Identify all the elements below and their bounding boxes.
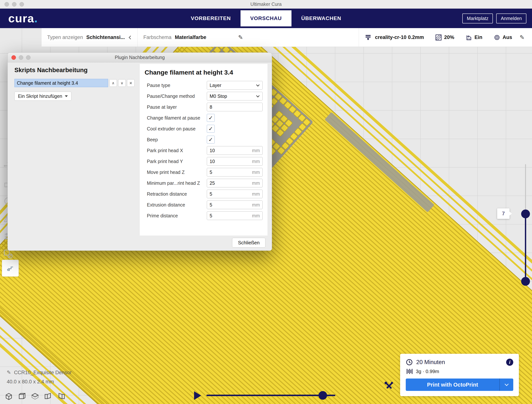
scripts-pane: Skripts Nachbearbeitung Change filament … [14, 66, 135, 101]
close-dialog-button[interactable]: Schließen [232, 238, 266, 248]
view-preset-left-icon[interactable] [44, 392, 52, 401]
window-titlebar: Ultimaker Cura [0, 0, 532, 9]
field-label: Park print head X [145, 148, 207, 153]
dialog-field-row: Pause at layer8 [145, 102, 263, 112]
field-input[interactable]: 25mm [207, 179, 263, 187]
field-label: Pause at layer [145, 104, 207, 110]
selected-script-item[interactable]: Change filament at height 3.4 [14, 79, 108, 87]
script-settings-panel: Change filament at height 3.4 Pause type… [140, 64, 267, 236]
maximize-window-icon[interactable] [19, 2, 24, 6]
post-processing-dialog: Plugin Nachbearbeitung Skripts Nachbearb… [7, 52, 272, 251]
tab-vorbereiten[interactable]: VORBEREITEN [181, 10, 241, 26]
view-type-label: Typen anzeigen [47, 34, 83, 40]
unit-label: mm [252, 213, 260, 218]
field-label: Prime distance [145, 213, 207, 218]
field-label: Extrusion distance [145, 202, 207, 208]
field-input[interactable]: 10mm [207, 146, 263, 155]
adjust-tools-icon[interactable] [384, 381, 394, 392]
field-select[interactable]: Layer [207, 81, 263, 90]
edit-view-settings-icon[interactable]: ✎ [238, 34, 243, 41]
adhesion-group[interactable]: Aus [488, 28, 518, 47]
signin-button[interactable]: Anmelden [496, 13, 526, 23]
view-toolbar: Typen anzeigen Schichtenansi... Farbsche… [42, 28, 532, 47]
infill-value: 20% [444, 34, 454, 40]
view-type-group[interactable]: Typen anzeigen Schichtenansi... [42, 28, 138, 47]
model-name: CCR10_Exquisite Densor [14, 370, 72, 376]
field-input[interactable]: 8 [207, 103, 263, 111]
dialog-field-row: Beep✓ [145, 135, 263, 144]
unit-label: mm [252, 159, 260, 164]
field-input[interactable]: 5mm [207, 190, 263, 198]
move-script-down-button[interactable]: ∨ [118, 79, 126, 87]
app-header: cura. VORBEREITEN VORSCHAU ÜBERWACHEN Ma… [0, 9, 532, 28]
printer-nozzle-icon [365, 34, 372, 41]
layer-slider-upper-handle[interactable] [521, 210, 530, 218]
color-scheme-value[interactable]: Materialfarbe [175, 34, 206, 40]
infill-group[interactable]: 20% [430, 28, 460, 47]
dialog-field-row: Pause/Change methodM0 Stop [145, 91, 263, 101]
field-input[interactable]: 5mm [207, 200, 263, 209]
rename-model-icon[interactable]: ✎ [7, 370, 11, 376]
timeline-track[interactable] [206, 395, 335, 396]
dialog-field-row: Move print head Z5mm [145, 167, 263, 177]
scripts-heading: Skripts Nachbearbeitung [14, 66, 135, 74]
material-icon [406, 368, 413, 374]
color-scheme-group[interactable]: Farbschema Materialfarbe [138, 28, 212, 47]
marketplace-button[interactable]: Marktplatz [462, 13, 493, 23]
timeline-handle[interactable] [318, 391, 327, 400]
field-input[interactable]: 10mm [207, 157, 263, 166]
print-options-caret[interactable] [500, 378, 513, 391]
object-list-button[interactable] [2, 260, 19, 276]
dialog-window-controls[interactable] [12, 55, 31, 60]
view-preset-right-icon[interactable] [57, 392, 66, 401]
field-checkbox[interactable]: ✓ [207, 114, 215, 122]
printer-settings-group[interactable]: creality-cr-10 0.2mm [359, 28, 430, 47]
remove-script-button[interactable]: × [127, 79, 134, 87]
view-preset-top-icon[interactable] [31, 392, 39, 401]
chevron-down-icon [505, 382, 508, 386]
view-preset-front-icon[interactable] [18, 392, 26, 401]
model-dimensions: 40.0 x 80.0 x 2.4 mm [7, 379, 72, 385]
dialog-close-icon[interactable] [12, 55, 16, 60]
dialog-minimize-icon[interactable] [19, 55, 23, 60]
unit-label: mm [252, 191, 260, 197]
infill-icon [435, 34, 442, 41]
window-controls[interactable] [5, 2, 24, 6]
play-button[interactable] [194, 391, 201, 400]
support-group[interactable]: Ein [460, 28, 488, 47]
move-script-up-button[interactable]: ∧ [109, 79, 117, 87]
add-script-button[interactable]: Ein Skript hinzufügen [14, 92, 71, 101]
field-checkbox[interactable]: ✓ [207, 136, 215, 144]
field-label: Move print head Z [145, 170, 207, 175]
dialog-titlebar[interactable]: Plugin Nachbearbeitung [8, 53, 272, 62]
dialog-maximize-icon[interactable] [26, 55, 31, 60]
chevron-down-icon [256, 94, 260, 97]
close-window-icon[interactable] [5, 2, 9, 6]
field-checkbox[interactable]: ✓ [207, 125, 215, 133]
edit-print-settings-icon[interactable]: ✎ [520, 34, 525, 41]
printer-profile: creality-cr-10 0.2mm [375, 34, 424, 40]
unit-label: mm [252, 148, 260, 153]
field-select[interactable]: M0 Stop [207, 92, 263, 100]
print-with-octoprint-button[interactable]: Print with OctoPrint [406, 378, 513, 391]
view-preset-3d-icon[interactable] [5, 392, 13, 401]
tab-vorschau[interactable]: VORSCHAU [241, 10, 291, 26]
logo-dot: . [34, 12, 38, 25]
material-usage: 3g · 0.99m [416, 369, 439, 374]
field-input[interactable]: 5mm [207, 211, 263, 220]
layer-slider-range[interactable] [525, 214, 526, 281]
minimize-window-icon[interactable] [12, 2, 17, 6]
dialog-field-row: Park print head X10mm [145, 146, 263, 155]
info-icon[interactable]: i [506, 359, 513, 366]
field-label: Change filament at pause [145, 115, 207, 121]
view-type-value[interactable]: Schichtenansi... [86, 34, 125, 40]
print-details-panel: 20 Minuten i 3g · 0.99m Print with OctoP… [400, 354, 519, 396]
layer-slider-lower-handle[interactable] [521, 277, 530, 286]
field-input[interactable]: 5mm [207, 168, 263, 177]
caret-down-icon [65, 95, 68, 97]
field-label: Minimum par...rint head Z [145, 180, 207, 186]
tab-ueberwachen[interactable]: ÜBERWACHEN [291, 10, 351, 26]
chevron-left-icon[interactable] [129, 36, 133, 39]
field-label: Park print head Y [145, 159, 207, 164]
dialog-field-row: Extrusion distance5mm [145, 200, 263, 210]
